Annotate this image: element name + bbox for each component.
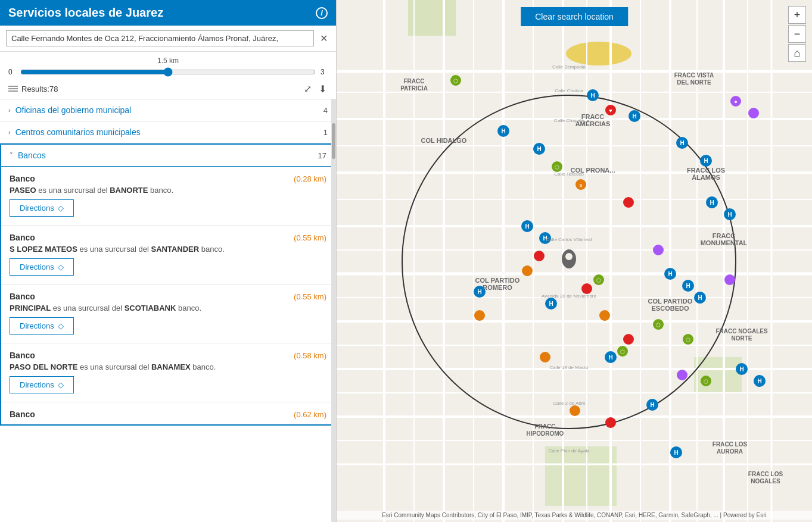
svg-text:FRACC: FRACC [404, 78, 425, 85]
bank-3-desc: PRINCIPAL es una surcursal del SCOTIABAN… [10, 304, 326, 312]
svg-text:H: H [590, 92, 595, 99]
svg-point-98 [677, 370, 687, 380]
directions-btn-3[interactable]: Directions ◇ [10, 317, 74, 335]
svg-text:PATRICIA: PATRICIA [400, 85, 428, 92]
svg-point-102 [522, 265, 533, 276]
svg-text:H: H [698, 295, 702, 301]
svg-text:⬡: ⬡ [686, 337, 690, 343]
results-list-icon [8, 86, 18, 93]
svg-text:⬡: ⬡ [596, 277, 601, 283]
svg-text:Calle 2 de Abril: Calle 2 de Abril [553, 401, 585, 406]
left-panel: Servicios locales de Juarez i ✕ 1.5 km 0… [0, 0, 337, 522]
search-clear-button[interactable]: ✕ [318, 32, 330, 45]
svg-point-110 [534, 251, 545, 261]
svg-text:ESCOBEDO: ESCOBEDO [652, 305, 689, 312]
map-area[interactable]: Clear search location + − ⌂ [337, 0, 812, 522]
svg-text:DEL NORTE: DEL NORTE [677, 79, 711, 86]
svg-text:Calle Zempoala: Calle Zempoala [552, 64, 586, 70]
svg-text:●: ● [734, 99, 737, 105]
svg-text:FRACC NOGALES: FRACC NOGALES [715, 328, 768, 335]
map-attribution: Esri Community Maps Contributors, City o… [337, 511, 812, 520]
svg-text:H: H [501, 128, 505, 135]
chevron-right-icon-2: › [8, 129, 11, 136]
svg-text:H: H [608, 354, 612, 361]
svg-point-97 [724, 274, 735, 285]
svg-rect-1 [408, 0, 456, 36]
svg-text:$: $ [580, 183, 583, 188]
distance-slider[interactable] [20, 67, 316, 77]
directions-btn-2[interactable]: Directions ◇ [10, 258, 74, 276]
chevron-down-icon: ˅ [10, 152, 13, 160]
panel-header: Servicios locales de Juarez i [0, 0, 336, 26]
category-centros-count: 1 [323, 128, 328, 137]
svg-text:FRACC LOS: FRACC LOS [687, 167, 725, 174]
search-bar: ✕ [0, 26, 336, 52]
chevron-right-icon: › [8, 107, 11, 114]
categories-list: › Oficinas del gobierno municipal 4 › Ce… [0, 99, 336, 522]
directions-icon-2: ◇ [58, 262, 64, 271]
svg-point-96 [748, 108, 759, 118]
svg-text:⬡: ⬡ [620, 349, 625, 355]
search-input[interactable] [6, 30, 314, 46]
svg-point-104 [599, 310, 610, 321]
svg-text:COL PARTIDO: COL PARTIDO [475, 277, 520, 284]
results-count: 78 [49, 85, 58, 93]
directions-btn-4[interactable]: Directions ◇ [10, 376, 74, 393]
svg-point-99 [653, 245, 664, 255]
bank-1-desc: PASEO es una surcursal del BANORTE banco… [10, 186, 326, 195]
bank-item-5: Banco (0.62 km) [1, 402, 335, 424]
zoom-out-button[interactable]: − [788, 25, 806, 43]
scroll-bar[interactable] [331, 99, 336, 522]
svg-text:FRACC LOS: FRACC LOS [713, 441, 748, 448]
svg-text:FRACC: FRACC [581, 113, 605, 120]
expand-icon[interactable]: ⤢ [303, 82, 313, 96]
bank-item-1: Banco (0.28 km) PASEO es una surcursal d… [1, 167, 335, 226]
directions-icon-3: ◇ [58, 321, 64, 330]
category-oficinas[interactable]: › Oficinas del gobierno municipal 4 [0, 99, 336, 121]
svg-text:⬡: ⬡ [453, 78, 458, 84]
map-svg[interactable]: H H H H H H H H H H H H H H H H H H H H … [337, 0, 812, 522]
svg-text:Calle 18 de Marzo: Calle 18 de Marzo [550, 365, 589, 370]
category-centros[interactable]: › Centros comunitarios municipales 1 [0, 121, 336, 143]
bank-2-title: Banco [10, 233, 35, 242]
bank-2-desc: S LOPEZ MATEOS es una surcursal del SANT… [10, 245, 326, 254]
svg-text:⬡: ⬡ [704, 379, 708, 385]
svg-text:H: H [632, 113, 636, 120]
svg-point-112 [623, 334, 634, 345]
svg-point-4 [566, 42, 631, 65]
svg-text:H: H [686, 283, 690, 289]
panel-title: Servicios locales de Juarez [8, 6, 163, 20]
category-oficinas-label: Oficinas del gobierno municipal [15, 105, 132, 115]
svg-text:H: H [650, 402, 654, 408]
svg-text:Calle Chapala: Calle Chapala [554, 118, 584, 123]
svg-text:ÁLAMOS: ÁLAMOS [692, 174, 720, 181]
directions-icon-1: ◇ [58, 204, 64, 212]
svg-text:Calle Carlos Villarreal: Calle Carlos Villarreal [546, 237, 592, 242]
clear-search-button[interactable]: Clear search location [521, 7, 628, 26]
svg-text:NOGALES: NOGALES [751, 478, 780, 485]
directions-btn-1[interactable]: Directions ◇ [10, 199, 74, 217]
map-controls: + − ⌂ [788, 6, 806, 62]
svg-text:H: H [537, 146, 541, 152]
directions-label-2: Directions [20, 262, 54, 271]
download-icon[interactable]: ⬇ [318, 82, 328, 96]
scroll-thumb[interactable] [332, 123, 335, 159]
svg-text:AURORA: AURORA [717, 448, 743, 455]
results-text: Results:78 [21, 85, 58, 93]
category-bancos-header[interactable]: ˅ Bancos 17 [1, 145, 335, 167]
home-button[interactable]: ⌂ [788, 44, 806, 62]
svg-text:NORTE: NORTE [732, 335, 752, 342]
svg-text:COL HIDALGO: COL HIDALGO [421, 137, 467, 144]
directions-label-1: Directions [20, 204, 54, 212]
directions-label-3: Directions [20, 321, 54, 330]
svg-text:H: H [668, 271, 672, 277]
svg-text:COL PARTIDO: COL PARTIDO [648, 298, 693, 305]
svg-text:H: H [674, 449, 678, 456]
bank-5-title: Banco [10, 410, 35, 419]
bank-item-4: Banco (0.58 km) PASO DEL NORTE es una su… [1, 343, 335, 402]
info-icon[interactable]: i [316, 7, 328, 19]
svg-text:Calle Cholula: Calle Cholula [555, 88, 583, 93]
bank-2-distance: (0.55 km) [294, 233, 326, 242]
zoom-in-button[interactable]: + [788, 6, 806, 24]
bank-1-distance: (0.28 km) [294, 174, 326, 183]
